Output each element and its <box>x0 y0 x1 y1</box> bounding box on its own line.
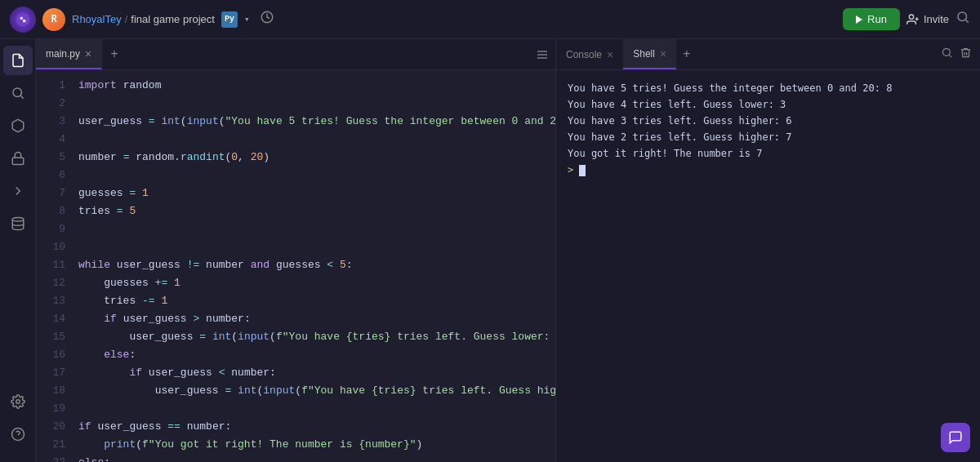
shell-close-button[interactable]: × <box>660 47 666 60</box>
invite-button[interactable]: Invite <box>906 13 949 26</box>
sidebar-icon-database[interactable] <box>3 209 33 238</box>
breadcrumb-user[interactable]: RhoyalTey <box>72 13 122 25</box>
console-panel: Console × Shell × + <box>555 39 980 462</box>
sidebar <box>0 39 36 462</box>
editor-tab-main[interactable]: main.py × <box>36 39 102 69</box>
console-trash-icon[interactable] <box>960 47 972 63</box>
tab-filename: main.py <box>46 48 80 60</box>
sidebar-icon-packages[interactable] <box>3 111 33 140</box>
console-tab-shell[interactable]: Shell × <box>623 39 676 69</box>
sidebar-icon-lock[interactable] <box>3 144 33 173</box>
svg-point-7 <box>13 88 22 97</box>
sidebar-icon-files[interactable] <box>3 46 33 75</box>
console-line-3: You have 3 tries left. Guess higher: 6 <box>568 113 969 129</box>
console-tab-actions <box>941 39 980 69</box>
sidebar-icon-settings[interactable] <box>3 387 33 416</box>
svg-point-10 <box>12 218 24 222</box>
sidebar-icon-search[interactable] <box>3 78 33 108</box>
console-tab-add-button[interactable]: + <box>676 39 697 69</box>
code-content[interactable]: import random user_guess = int(input("Yo… <box>72 77 555 455</box>
console-output[interactable]: You have 5 tries! Guess the integer betw… <box>556 70 980 462</box>
play-icon <box>856 16 862 24</box>
editor-tab-bar: main.py × + <box>36 39 555 70</box>
breadcrumb-project[interactable]: final game project <box>131 13 215 25</box>
user-avatar[interactable]: R <box>42 8 65 31</box>
search-topbar-icon[interactable] <box>956 10 970 29</box>
console-tab-label: Console <box>566 49 602 60</box>
project-dropdown[interactable]: ▾ <box>244 14 250 24</box>
run-button[interactable]: Run <box>843 8 900 30</box>
console-prompt-symbol: > <box>568 164 573 175</box>
tab-add-button[interactable]: + <box>102 39 127 69</box>
code-editor[interactable]: 12345 678910 1112131415 1617181920 21222… <box>36 70 555 462</box>
svg-point-17 <box>943 48 951 56</box>
console-line-5: You got it right! The number is 7 <box>568 145 969 162</box>
console-prompt-line: > <box>568 162 969 178</box>
history-icon[interactable] <box>260 10 274 29</box>
console-chat-button[interactable] <box>941 423 970 452</box>
line-numbers: 12345 678910 1112131415 1617181920 21222… <box>36 77 72 455</box>
svg-rect-9 <box>12 158 24 164</box>
breadcrumb: RhoyalTey / final game project <box>72 13 215 25</box>
console-line-1: You have 5 tries! Guess the integer betw… <box>568 80 969 96</box>
topbar: R RhoyalTey / final game project Py ▾ Ru… <box>0 0 980 39</box>
editor-container: main.py × + 12345 678910 1112131415 1617… <box>36 39 555 462</box>
svg-line-6 <box>965 20 968 22</box>
breadcrumb-sep: / <box>125 13 128 25</box>
console-search-icon[interactable] <box>941 47 953 63</box>
console-line-4: You have 2 tries left. Guess higher: 7 <box>568 129 969 145</box>
svg-point-0 <box>16 12 30 26</box>
console-line-2: You have 4 tries left. Guess lower: 3 <box>568 96 969 113</box>
svg-line-8 <box>20 96 23 98</box>
console-tab-bar: Console × Shell × + <box>556 39 980 70</box>
console-panel-wrapper: You have 5 tries! Guess the integer betw… <box>556 70 980 462</box>
svg-point-11 <box>16 400 20 404</box>
invite-label: Invite <box>924 13 949 25</box>
svg-line-18 <box>949 55 951 57</box>
replit-logo[interactable] <box>10 7 36 33</box>
python-icon: Py <box>221 11 238 28</box>
console-tab-console[interactable]: Console × <box>556 39 623 69</box>
editor-tab-expand[interactable] <box>536 39 555 69</box>
shell-tab-label: Shell <box>633 48 655 60</box>
run-label: Run <box>867 13 887 25</box>
sidebar-icon-git[interactable] <box>3 176 33 206</box>
main-layout: main.py × + 12345 678910 1112131415 1617… <box>0 39 980 462</box>
svg-point-5 <box>958 12 967 21</box>
console-cursor <box>579 165 586 176</box>
console-close-button[interactable]: × <box>607 48 613 61</box>
sidebar-icon-help[interactable] <box>3 420 33 449</box>
svg-point-2 <box>909 15 913 19</box>
tab-close-button[interactable]: × <box>85 47 91 60</box>
